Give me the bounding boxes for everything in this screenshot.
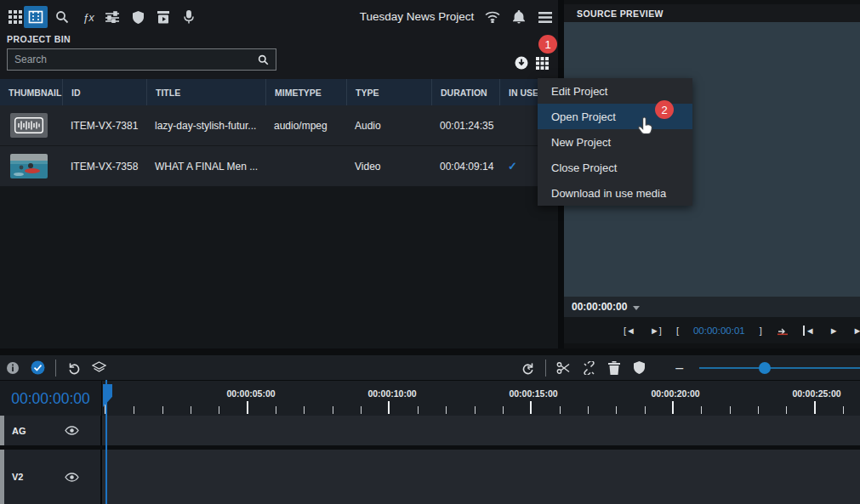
slider-handle[interactable]: [759, 362, 771, 374]
timeline-ruler-row: 00:00:00:00 00:00:05:00 00:00:10:00 00:0…: [0, 380, 860, 416]
goto-out-button[interactable]: ►]: [650, 326, 662, 336]
panel-title: PROJECT BIN: [7, 34, 71, 44]
ruler-label: 00:00:25:00: [783, 388, 851, 399]
col-in-use[interactable]: IN USE: [499, 79, 543, 105]
ruler-label: 00:00:05:00: [217, 388, 285, 399]
cell-duration: 00:04:09:14: [431, 161, 499, 173]
col-type[interactable]: TYPE: [346, 79, 431, 105]
media-export-icon[interactable]: [151, 6, 175, 28]
project-title: Tuesday News Project: [357, 10, 476, 23]
media-table: THUMBNAIL ID TITLE MIMETYPE TYPE DURATIO…: [0, 79, 558, 187]
menu-item-download-in-use-media[interactable]: Download in use media: [538, 180, 692, 206]
annotation-step-2: 2: [655, 100, 674, 119]
track-header[interactable]: V2: [0, 450, 102, 504]
project-context-menu: Edit Project Open Project New Project Cl…: [538, 78, 692, 206]
cell-id: ITEM-VX-7358: [62, 161, 146, 173]
ruler-ticks-major: [103, 401, 860, 414]
track-lane: [102, 416, 860, 445]
timeline-zoom-slider[interactable]: [699, 362, 860, 374]
timeline-ruler[interactable]: 00:00:05:00 00:00:10:00 00:00:15:00 00:0…: [103, 381, 860, 416]
menu-item-close-project[interactable]: Close Project: [538, 155, 692, 180]
project-grid-icon[interactable]: [536, 57, 549, 70]
track-row-v2: V2: [0, 450, 860, 504]
cell-mimetype: audio/mpeg: [265, 120, 346, 132]
search-icon[interactable]: [50, 6, 74, 28]
in-use-check-icon: ✓: [499, 160, 543, 173]
eye-icon[interactable]: [65, 473, 79, 482]
undo-icon[interactable]: [61, 361, 86, 375]
track-row-ag: AG: [0, 416, 860, 445]
autosave-check-icon[interactable]: [25, 360, 49, 375]
cell-title: WHAT A FINAL Men ...: [146, 161, 265, 173]
hand-cursor-icon: [636, 116, 655, 138]
app-toolbar: ƒx Tuesday News Project: [0, 0, 558, 34]
playhead-timecode: 00:00:00:00: [0, 381, 102, 416]
col-thumbnail[interactable]: THUMBNAIL: [0, 79, 62, 105]
shield-icon[interactable]: [126, 6, 150, 28]
track-name: V2: [12, 472, 23, 482]
track-header[interactable]: AG: [0, 416, 102, 445]
ruler-label: 00:00:20:00: [641, 388, 709, 399]
table-row[interactable]: ITEM-VX-7358 WHAT A FINAL Men ... Video …: [0, 146, 558, 187]
preview-timecode-bar: 00:00:00:00: [564, 297, 860, 317]
delete-icon[interactable]: [601, 361, 626, 375]
source-preview-title: SOURCE PREVIEW: [564, 4, 860, 22]
track-grip-handle[interactable]: [0, 416, 4, 445]
history-icon[interactable]: [515, 361, 540, 375]
timeline-toolbar: –: [0, 355, 860, 380]
mark-in-button[interactable]: [: [676, 326, 679, 336]
adjustments-icon[interactable]: [100, 6, 124, 28]
col-duration[interactable]: DURATION: [431, 79, 499, 105]
eye-icon[interactable]: [65, 426, 79, 435]
cell-title: lazy-day-stylish-futur...: [146, 120, 265, 132]
zoom-out-icon[interactable]: –: [667, 360, 692, 376]
insert-edit-icon[interactable]: [777, 326, 789, 336]
notifications-icon[interactable]: [507, 6, 531, 28]
wifi-icon[interactable]: [481, 6, 504, 28]
table-header: THUMBNAIL ID TITLE MIMETYPE TYPE DURATIO…: [0, 79, 558, 105]
transport-controls: [◄ ►] [ 00:00:00:01 ] ◄ ► ►: [564, 317, 860, 343]
col-mimetype[interactable]: MIMETYPE: [265, 79, 346, 105]
col-id[interactable]: ID: [62, 79, 146, 105]
timeline-panel: – 00:00:00:00 00:00:05:00 00:00:10:00 00…: [0, 348, 860, 504]
bin-empty-area: [0, 187, 558, 348]
unlink-icon[interactable]: [577, 361, 601, 375]
play-button[interactable]: ►: [829, 326, 839, 336]
search-box: [7, 48, 276, 71]
cell-duration: 00:01:24:35: [431, 120, 499, 132]
transport-timecode[interactable]: 00:00:00:01: [693, 326, 745, 336]
download-icon[interactable]: [515, 56, 528, 70]
search-input[interactable]: [8, 54, 258, 65]
ruler-label: 00:00:10:00: [358, 388, 426, 399]
marker-shield-icon[interactable]: [627, 361, 652, 374]
goto-in-button[interactable]: [◄: [624, 326, 635, 336]
cell-type: Audio: [346, 120, 431, 132]
cell-type: Video: [346, 161, 431, 173]
menu-item-edit-project[interactable]: Edit Project: [538, 78, 692, 104]
cut-icon[interactable]: [551, 361, 576, 375]
next-frame-button[interactable]: ►: [853, 326, 860, 336]
col-title[interactable]: TITLE: [146, 79, 265, 105]
project-bin-icon[interactable]: [24, 6, 48, 28]
info-icon[interactable]: [0, 361, 25, 375]
annotation-step-1: 1: [538, 35, 557, 54]
microphone-icon[interactable]: [177, 6, 201, 28]
track-lane: [102, 450, 860, 504]
layers-icon[interactable]: [86, 361, 111, 374]
video-thumbnail: [10, 154, 48, 178]
mark-out-button[interactable]: ]: [760, 326, 762, 336]
project-bin-panel: ƒx Tuesday News Project: [0, 0, 558, 348]
preview-timecode[interactable]: 00:00:00:00: [572, 301, 627, 313]
table-row[interactable]: ITEM-VX-7381 lazy-day-stylish-futur... a…: [0, 105, 558, 146]
track-name: AG: [12, 426, 26, 436]
ruler-label: 00:00:15:00: [499, 388, 567, 399]
track-grip-handle[interactable]: [0, 450, 4, 504]
menu-icon[interactable]: [533, 6, 557, 28]
menu-item-new-project[interactable]: New Project: [538, 129, 692, 155]
audio-thumbnail: [10, 113, 48, 138]
effects-icon[interactable]: ƒx: [77, 6, 100, 28]
cell-id: ITEM-VX-7381: [62, 120, 146, 132]
prev-frame-button[interactable]: ◄: [803, 326, 815, 336]
chevron-down-icon[interactable]: [633, 306, 640, 310]
search-submit-icon[interactable]: [258, 54, 269, 65]
